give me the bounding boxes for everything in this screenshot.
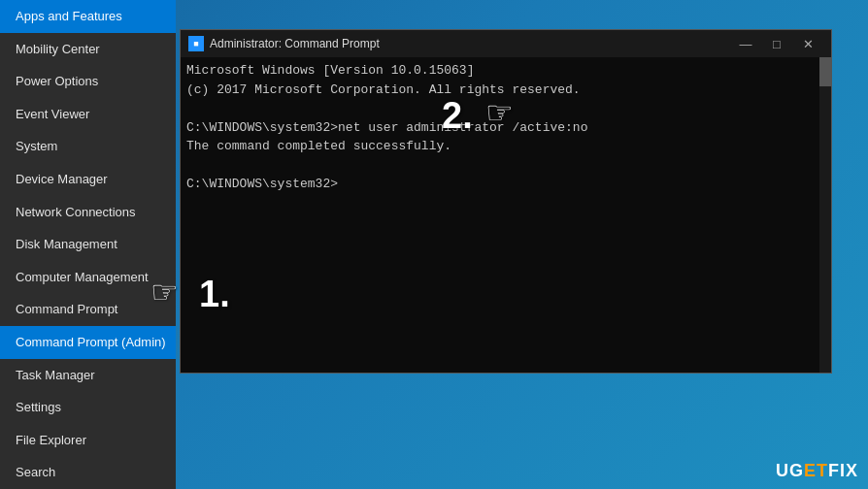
watermark: UGETFIX bbox=[776, 461, 858, 481]
watermark-fix: FIX bbox=[828, 461, 858, 480]
cmd-scrollbar[interactable] bbox=[819, 57, 831, 373]
menu-item-label: Apps and Features bbox=[16, 9, 122, 24]
watermark-text: UG bbox=[776, 461, 804, 480]
context-menu: Apps and FeaturesMobility CenterPower Op… bbox=[0, 0, 176, 489]
menu-item-label: Settings bbox=[16, 400, 61, 415]
cmd-line bbox=[186, 99, 825, 118]
menu-item-network-connections[interactable]: Network Connections bbox=[0, 196, 176, 229]
minimize-button[interactable]: — bbox=[730, 30, 761, 57]
menu-item-label: Power Options bbox=[16, 74, 98, 89]
cmd-body[interactable]: Microsoft Windows [Version 10.0.15063](c… bbox=[181, 57, 831, 373]
menu-item-system[interactable]: System bbox=[0, 130, 176, 163]
cmd-line bbox=[186, 156, 825, 176]
menu-item-event-viewer[interactable]: Event Viewer bbox=[0, 98, 176, 131]
menu-item-label: System bbox=[16, 139, 57, 154]
cmd-line: The command completed successfully. bbox=[186, 137, 825, 156]
titlebar-controls: — □ ✕ bbox=[730, 30, 823, 57]
menu-item-label: Command Prompt (Admin) bbox=[16, 335, 166, 350]
menu-item-label: Event Viewer bbox=[16, 107, 89, 122]
cmd-line: (c) 2017 Microsoft Corporation. All righ… bbox=[186, 81, 825, 100]
scrollbar-thumb bbox=[819, 57, 831, 86]
menu-item-label: Command Prompt bbox=[16, 302, 117, 317]
menu-item-disk-management[interactable]: Disk Management bbox=[0, 228, 176, 261]
close-button[interactable]: ✕ bbox=[792, 30, 823, 57]
menu-item-label: Search bbox=[16, 465, 55, 480]
menu-item-label: File Explorer bbox=[16, 433, 86, 448]
menu-item-command-prompt-admin[interactable]: Command Prompt (Admin) bbox=[0, 326, 176, 359]
menu-item-apps-features[interactable]: Apps and Features bbox=[0, 0, 176, 33]
cmd-title: Administrator: Command Prompt bbox=[210, 37, 730, 50]
menu-item-file-explorer[interactable]: File Explorer bbox=[0, 424, 176, 457]
desktop: Apps and FeaturesMobility CenterPower Op… bbox=[0, 0, 868, 489]
cmd-titlebar: ■ Administrator: Command Prompt — □ ✕ bbox=[181, 30, 831, 57]
cmd-line: C:\WINDOWS\system32>net user administrat… bbox=[186, 118, 825, 138]
menu-item-label: Task Manager bbox=[16, 368, 95, 383]
menu-item-mobility-center[interactable]: Mobility Center bbox=[0, 33, 176, 66]
menu-item-label: Mobility Center bbox=[16, 42, 100, 57]
menu-item-command-prompt[interactable]: Command Prompt bbox=[0, 293, 176, 326]
menu-item-label: Computer Management bbox=[16, 270, 149, 285]
cmd-window: ■ Administrator: Command Prompt — □ ✕ Mi… bbox=[180, 29, 832, 374]
maximize-button[interactable]: □ bbox=[761, 30, 792, 57]
menu-item-power-options[interactable]: Power Options bbox=[0, 65, 176, 98]
menu-item-device-manager[interactable]: Device Manager bbox=[0, 163, 176, 196]
menu-item-label: Disk Management bbox=[16, 237, 117, 252]
cmd-icon: ■ bbox=[188, 36, 204, 51]
menu-item-search[interactable]: Search bbox=[0, 456, 176, 489]
menu-item-task-manager[interactable]: Task Manager bbox=[0, 359, 176, 392]
menu-item-label: Network Connections bbox=[16, 205, 136, 220]
cmd-line: C:\WINDOWS\system32> bbox=[186, 175, 825, 194]
menu-item-label: Device Manager bbox=[16, 172, 108, 187]
watermark-et: ET bbox=[804, 461, 828, 480]
menu-item-settings[interactable]: Settings bbox=[0, 391, 176, 424]
menu-item-computer-management[interactable]: Computer Management bbox=[0, 261, 176, 294]
cmd-line: Microsoft Windows [Version 10.0.15063] bbox=[186, 61, 825, 81]
